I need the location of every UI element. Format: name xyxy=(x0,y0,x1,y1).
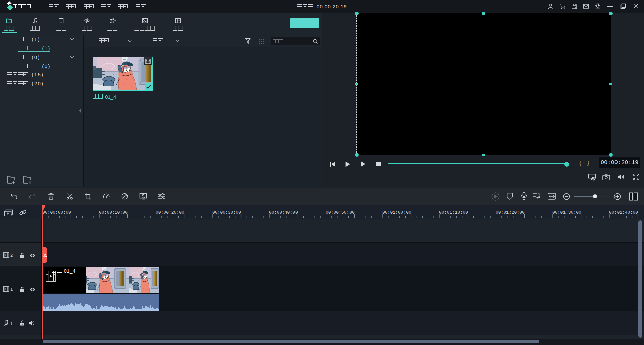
svg-text:00:01:20:00: 00:01:20:00 xyxy=(496,210,525,215)
svg-text:00:00:10:00: 00:00:10:00 xyxy=(99,210,128,215)
svg-text:00:00:20:00: 00:00:20:00 xyxy=(156,210,184,215)
svg-text:00:00:30:00: 00:00:30:00 xyxy=(212,210,241,215)
svg-text:00:01:40:00: 00:01:40:00 xyxy=(609,210,638,215)
svg-text:00:01:30:00: 00:01:30:00 xyxy=(552,210,581,215)
svg-text:00:01:00:00: 00:01:00:00 xyxy=(382,210,411,215)
svg-text:00:00:50:00: 00:00:50:00 xyxy=(326,210,355,215)
svg-text:00:01:10:00: 00:01:10:00 xyxy=(439,210,468,215)
svg-text:00:00:00:00: 00:00:00:00 xyxy=(42,210,71,215)
svg-text:00:00:40:00: 00:00:40:00 xyxy=(269,210,298,215)
